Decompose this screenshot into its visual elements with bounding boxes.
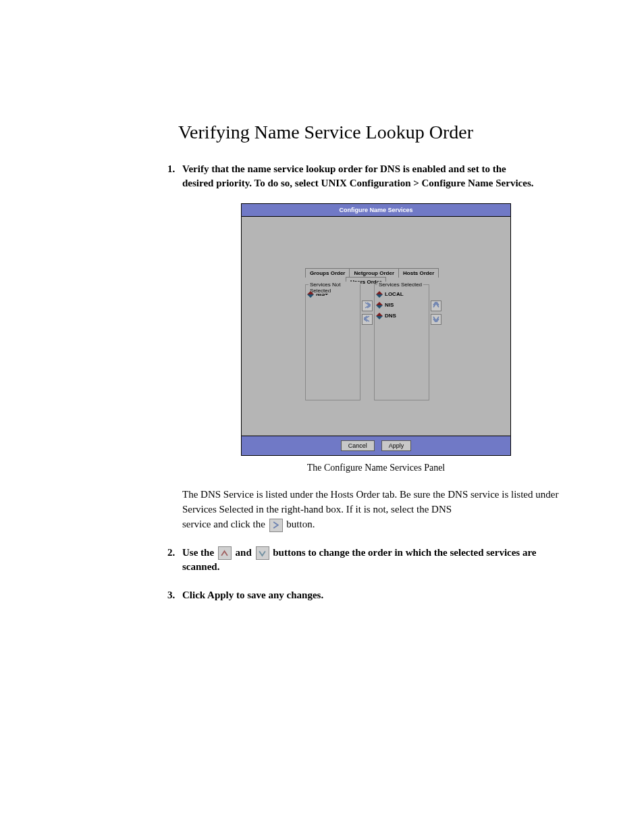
apply-button[interactable]: Apply — [381, 440, 412, 451]
chevron-up-icon — [433, 302, 439, 310]
reorder-buttons — [431, 301, 441, 400]
configure-panel: Configure Name Services Groups Order Net… — [241, 203, 511, 456]
move-left-button[interactable] — [362, 314, 373, 325]
service-icon — [307, 291, 314, 298]
services-selected-label: Services Selected — [377, 282, 423, 288]
para-text-1: The DNS Service is listed under the Host… — [182, 489, 558, 515]
list-item-label: NIS — [385, 302, 394, 308]
inline-move-up-icon — [218, 546, 232, 560]
panel-footer: Cancel Apply — [242, 436, 510, 455]
move-buttons — [362, 301, 373, 400]
para-text-2a: service and click the — [182, 519, 268, 529]
figure-caption: The Configure Name Services Panel — [182, 461, 570, 475]
step-2-mid: and — [233, 547, 254, 558]
step-1-line2: desired priority. To do so, select UNIX … — [182, 178, 533, 188]
dual-list: Services Not Selected NIS+ — [305, 284, 441, 400]
chevron-right-icon — [364, 302, 371, 310]
move-down-button[interactable] — [431, 314, 441, 325]
inline-move-right-icon — [269, 519, 283, 532]
list-item[interactable]: NIS — [376, 301, 427, 309]
services-selected-list[interactable]: Services Selected LOCAL NIS — [374, 284, 429, 400]
list-item[interactable]: DNS — [376, 312, 427, 320]
tab-hosts-order[interactable]: Hosts Order — [398, 268, 439, 278]
service-icon — [376, 302, 383, 309]
list-item-label: LOCAL — [385, 291, 404, 297]
step1-paragraph: The DNS Service is listed under the Host… — [182, 488, 570, 531]
panel-title: Configure Name Services — [242, 204, 510, 217]
list-item[interactable]: LOCAL — [376, 290, 427, 298]
services-not-selected-list[interactable]: Services Not Selected NIS+ — [305, 284, 360, 400]
tab-netgroup-order[interactable]: Netgroup Order — [349, 268, 399, 278]
tab-groups-order[interactable]: Groups Order — [305, 268, 350, 278]
move-right-button[interactable] — [362, 301, 373, 311]
cancel-button[interactable]: Cancel — [341, 440, 375, 451]
list-item-label: DNS — [385, 313, 396, 319]
para-text-2b: button. — [286, 519, 315, 529]
step-3: Click Apply to save any changes. — [169, 588, 570, 602]
service-icon — [376, 313, 383, 319]
panel-body: Groups Order Netgroup Order Hosts Order … — [242, 217, 510, 436]
chevron-left-icon — [364, 315, 371, 323]
step-1-line1: Verify that the name service lookup orde… — [182, 163, 506, 174]
step-3-text: Click Apply to save any changes. — [182, 590, 323, 600]
figure: Configure Name Services Groups Order Net… — [182, 203, 570, 475]
page-heading: Verifying Name Service Lookup Order — [178, 122, 570, 143]
services-not-selected-label: Services Not Selected — [308, 282, 360, 294]
chevron-down-icon — [433, 315, 439, 323]
service-icon — [376, 291, 383, 298]
inline-move-down-icon — [256, 546, 269, 560]
step-2: Use the and buttons to change the order … — [169, 546, 570, 575]
step-2-pre: Use the — [182, 547, 217, 558]
step-1: Verify that the name service lookup orde… — [169, 162, 570, 532]
move-up-button[interactable] — [431, 301, 441, 311]
